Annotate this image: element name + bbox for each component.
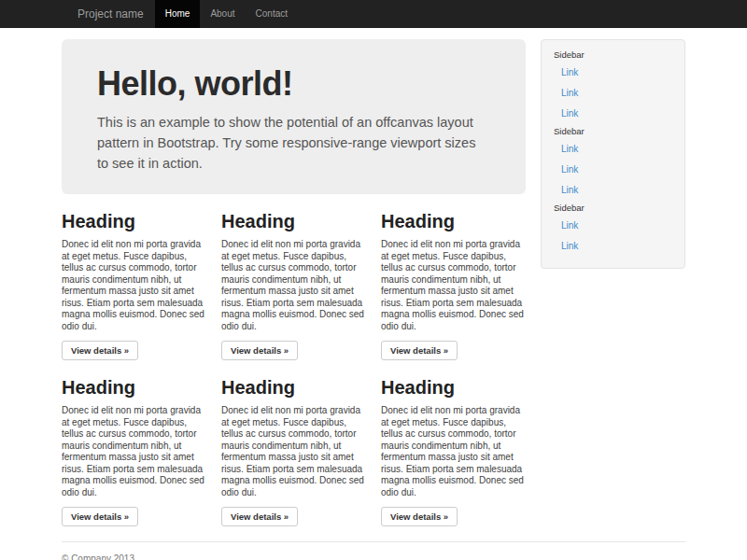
sidebar-link[interactable]: Link — [542, 216, 684, 236]
sidebar-link[interactable]: Link — [542, 63, 684, 83]
cards-row-1: Heading Donec id elit non mi porta gravi… — [62, 194, 526, 360]
nav-item-about: About — [200, 0, 245, 28]
card-body-text: Donec id elit non mi porta gravida at eg… — [62, 405, 206, 498]
footer-divider — [62, 541, 685, 542]
sidebar-item: Link — [542, 139, 684, 160]
cards-row-2: Heading Donec id elit non mi porta gravi… — [62, 360, 526, 526]
view-details-button[interactable]: View details » — [381, 507, 458, 526]
sidebar-list: Sidebar Link Link Link Sidebar Link Link… — [542, 48, 684, 257]
card-heading: Heading — [221, 211, 366, 231]
card-body-text: Donec id elit non mi porta gravida at eg… — [62, 239, 206, 332]
jumbotron: Hello, world! This is an example to show… — [62, 39, 526, 194]
article-card: Heading Donec id elit non mi porta gravi… — [62, 194, 206, 360]
footer: © Company 2013 — [62, 553, 685, 560]
sidebar-item: Link — [542, 104, 684, 124]
sidebar-link[interactable]: Link — [542, 104, 684, 124]
card-body-text: Donec id elit non mi porta gravida at eg… — [381, 239, 526, 332]
article-card: Heading Donec id elit non mi porta gravi… — [62, 360, 206, 526]
card-heading: Heading — [221, 377, 366, 398]
sidebar-link[interactable]: Link — [542, 180, 684, 201]
article-card: Heading Donec id elit non mi porta gravi… — [221, 360, 366, 526]
main-content: Hello, world! This is an example to show… — [62, 39, 526, 526]
card-body-text: Donec id elit non mi porta gravida at eg… — [381, 405, 526, 498]
card-body-text: Donec id elit non mi porta gravida at eg… — [221, 405, 366, 498]
article-card: Heading Donec id elit non mi porta gravi… — [221, 194, 366, 360]
navbar: Project name Home About Contact — [0, 0, 747, 28]
card-body-text: Donec id elit non mi porta gravida at eg… — [221, 239, 366, 332]
jumbotron-description: This is an example to show the potential… — [97, 112, 490, 174]
view-details-button[interactable]: View details » — [221, 341, 298, 360]
sidebar-group-heading: Sidebar — [542, 201, 684, 216]
nav-menu: Home About Contact — [155, 0, 298, 28]
sidebar-group-heading: Sidebar — [542, 124, 684, 139]
sidebar-group-heading: Sidebar — [542, 48, 684, 63]
sidebar-item: Link — [542, 63, 684, 83]
sidebar-item: Link — [542, 216, 684, 236]
sidebar-item: Link — [542, 236, 684, 257]
view-details-button[interactable]: View details » — [221, 507, 298, 526]
main-row: Hello, world! This is an example to show… — [62, 39, 685, 526]
view-details-button[interactable]: View details » — [62, 507, 138, 526]
page-title: Hello, world! — [97, 65, 490, 103]
card-heading: Heading — [381, 211, 526, 231]
sidebar-item: Link — [542, 180, 684, 201]
brand-link[interactable]: Project name — [62, 0, 144, 28]
sidebar-item: Link — [542, 83, 684, 104]
sidebar: Sidebar Link Link Link Sidebar Link Link… — [541, 39, 685, 269]
view-details-button[interactable]: View details » — [381, 341, 458, 360]
nav-link-about[interactable]: About — [200, 0, 245, 28]
view-details-button[interactable]: View details » — [62, 341, 138, 360]
copyright-text: © Company 2013 — [62, 553, 685, 560]
sidebar-link[interactable]: Link — [542, 236, 684, 257]
page-container: Hello, world! This is an example to show… — [62, 39, 685, 560]
sidebar-link[interactable]: Link — [542, 139, 684, 160]
sidebar-item: Link — [542, 160, 684, 180]
article-card: Heading Donec id elit non mi porta gravi… — [381, 360, 526, 526]
sidebar-link[interactable]: Link — [542, 83, 684, 104]
nav-item-contact: Contact — [246, 0, 298, 28]
navbar-container: Project name Home About Contact — [62, 0, 685, 28]
nav-item-home: Home — [155, 0, 201, 28]
card-heading: Heading — [62, 377, 206, 398]
nav-link-contact[interactable]: Contact — [246, 0, 298, 28]
card-heading: Heading — [62, 211, 206, 231]
nav-link-home[interactable]: Home — [155, 0, 201, 28]
article-card: Heading Donec id elit non mi porta gravi… — [381, 194, 526, 360]
card-heading: Heading — [381, 377, 526, 398]
sidebar-link[interactable]: Link — [542, 160, 684, 180]
